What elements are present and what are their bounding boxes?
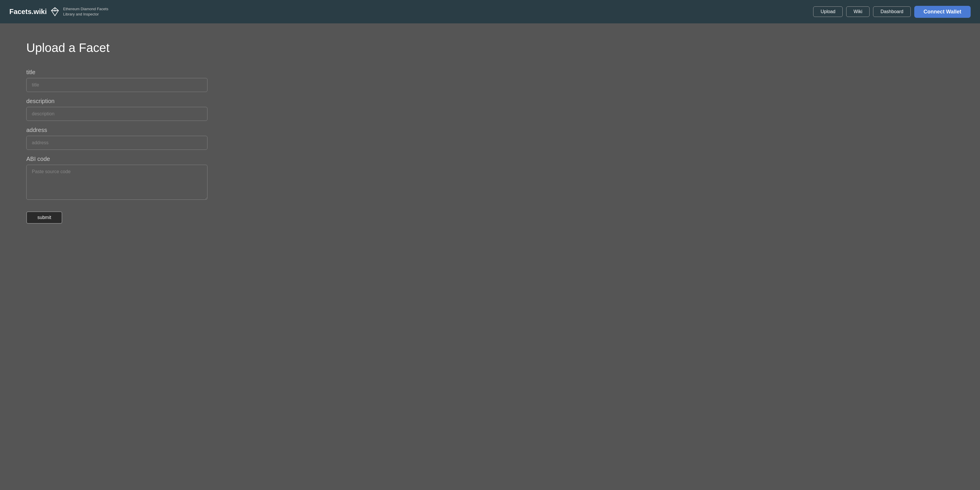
dashboard-button[interactable]: Dashboard	[873, 6, 910, 17]
description-input[interactable]	[26, 107, 207, 121]
navbar-actions: Upload Wiki Dashboard Connect Wallet	[813, 6, 970, 18]
upload-button[interactable]: Upload	[813, 6, 843, 17]
address-group: address	[26, 127, 207, 150]
brand-link[interactable]: Facets.wiki Ethereum Diamond Facets Libr…	[10, 6, 116, 17]
diamond-icon	[50, 7, 60, 16]
upload-facet-form: title description address ABI code submi…	[26, 69, 207, 224]
brand-name: Facets.wiki	[10, 8, 47, 16]
description-label: description	[26, 98, 207, 105]
connect-wallet-button[interactable]: Connect Wallet	[914, 6, 970, 18]
title-label: title	[26, 69, 207, 76]
navbar: Facets.wiki Ethereum Diamond Facets Libr…	[0, 0, 980, 23]
description-group: description	[26, 98, 207, 121]
page-title: Upload a Facet	[26, 41, 207, 55]
brand-subtitle: Ethereum Diamond Facets Library and Insp…	[63, 6, 116, 17]
submit-button[interactable]: submit	[26, 211, 62, 224]
main-content: Upload a Facet title description address…	[0, 23, 234, 241]
wiki-button[interactable]: Wiki	[846, 6, 870, 17]
address-label: address	[26, 127, 207, 133]
title-input[interactable]	[26, 78, 207, 92]
address-input[interactable]	[26, 136, 207, 150]
abi-label: ABI code	[26, 155, 207, 162]
abi-group: ABI code	[26, 155, 207, 201]
abi-textarea[interactable]	[26, 165, 207, 200]
title-group: title	[26, 69, 207, 92]
